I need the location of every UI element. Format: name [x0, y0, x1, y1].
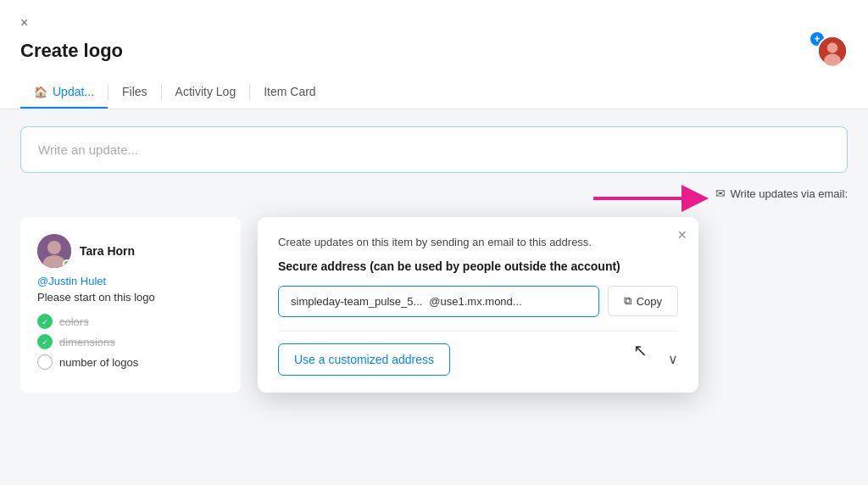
checklist-item-logos: number of logos: [37, 354, 224, 370]
main-window: × Create logo + 🏠 Updat...: [0, 0, 868, 485]
copy-icon: ⧉: [624, 294, 632, 308]
update-message: Please start on this logo: [37, 291, 224, 304]
tab-bar: 🏠 Updat... Files Activity Log Item Card: [20, 76, 848, 109]
svg-point-6: [47, 241, 61, 254]
email-address-box: simpleday-team_pulse_5... @use1.mx.mond.…: [278, 286, 599, 317]
update-card: Tara Horn @Justin Hulet Please start on …: [20, 217, 241, 393]
checklist-item-colors: ✓ colors: [37, 314, 224, 329]
close-button[interactable]: ×: [20, 15, 28, 31]
checklist-item-dimensions: ✓ dimensions: [37, 334, 224, 349]
email-popup: × Create updates on this item by sending…: [258, 217, 698, 393]
customize-address-button[interactable]: Use a customized address: [278, 343, 450, 376]
checklist: ✓ colors ✓ dimensions number of logos: [37, 314, 224, 370]
customize-label: Use a customized address: [294, 353, 434, 366]
copy-label: Copy: [637, 295, 662, 308]
write-update-placeholder: Write an update...: [38, 142, 138, 157]
online-indicator: [63, 259, 71, 268]
user-row: Tara Horn: [37, 234, 224, 268]
email-via-label[interactable]: Write updates via email:: [731, 187, 849, 200]
check-empty-icon: [37, 354, 53, 370]
copy-button[interactable]: ⧉ Copy: [608, 286, 678, 316]
user-name: Tara Horn: [80, 244, 135, 258]
email-domain-text: @use1.mx.mond...: [429, 295, 521, 308]
title-row: Create logo +: [20, 36, 848, 66]
svg-point-1: [827, 42, 837, 53]
header: × Create logo + 🏠 Updat...: [0, 0, 868, 109]
mention-link[interactable]: @Justin Hulet: [37, 275, 224, 287]
checklist-label-dimensions: dimensions: [59, 336, 115, 348]
main-content: Write an update... ✉ Write updates via e…: [0, 109, 868, 485]
customize-row: Use a customized address ∨: [278, 343, 678, 376]
checklist-label-logos: number of logos: [59, 356, 138, 369]
popup-divider: [278, 331, 678, 332]
checklist-label-colors: colors: [59, 315, 89, 328]
tab-files[interactable]: Files: [108, 76, 161, 109]
user-avatar: [37, 234, 71, 268]
avatar[interactable]: [817, 36, 848, 66]
check-done-icon-2: ✓: [37, 334, 53, 349]
write-update-input[interactable]: Write an update...: [20, 126, 848, 173]
arrow-svg: [593, 185, 712, 212]
email-row: ✉ Write updates via email:: [20, 187, 848, 200]
popup-section-title: Secure address (can be used by people ou…: [278, 259, 678, 276]
arrow-indicator: [593, 185, 712, 212]
tab-updates[interactable]: 🏠 Updat...: [20, 76, 108, 109]
email-field-row: simpleday-team_pulse_5... @use1.mx.mond.…: [278, 286, 678, 317]
check-done-icon: ✓: [37, 314, 53, 329]
tab-activity-log[interactable]: Activity Log: [162, 76, 250, 109]
content-row: Tara Horn @Justin Hulet Please start on …: [20, 217, 848, 393]
tab-item-card[interactable]: Item Card: [250, 76, 329, 109]
window-title: Create logo: [20, 40, 123, 62]
email-address-text: simpleday-team_pulse_5...: [291, 295, 422, 308]
popup-close-button[interactable]: ×: [677, 227, 687, 242]
svg-point-2: [824, 54, 841, 66]
email-icon: ✉: [715, 187, 726, 200]
chevron-down-icon[interactable]: ∨: [668, 351, 678, 367]
popup-description: Create updates on this item by sending a…: [278, 236, 678, 248]
